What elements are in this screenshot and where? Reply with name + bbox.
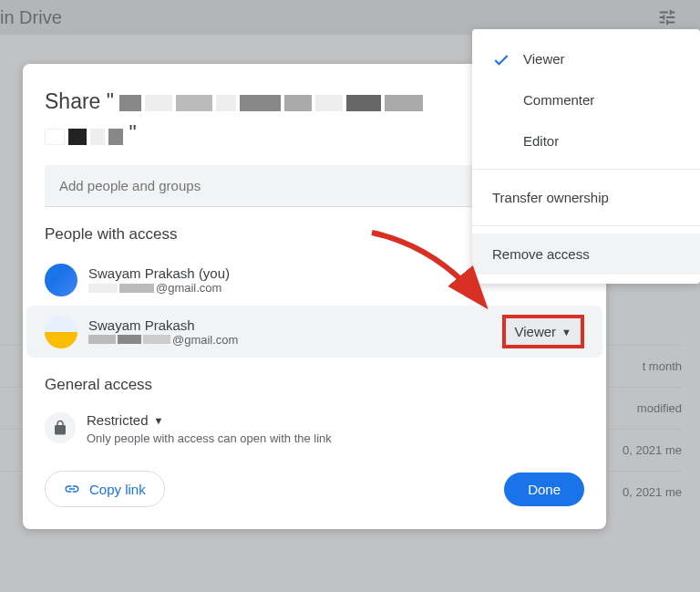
menu-divider — [472, 169, 700, 170]
general-access-row: Restricted ▼ Only people with access can… — [23, 405, 606, 452]
menu-commenter[interactable]: Commenter — [472, 79, 700, 120]
done-button[interactable]: Done — [504, 473, 584, 506]
avatar — [45, 316, 77, 348]
menu-editor[interactable]: Editor — [472, 120, 700, 161]
menu-viewer-label: Viewer — [523, 51, 565, 67]
email-domain: @gmail.com — [172, 333, 238, 347]
general-access-title: General access — [45, 376, 584, 394]
share-title-prefix: Share " — [45, 89, 114, 113]
lock-icon — [45, 412, 76, 443]
copy-link-label: Copy link — [89, 482, 146, 497]
email-domain: @gmail.com — [156, 281, 221, 295]
copy-link-button[interactable]: Copy link — [45, 471, 165, 507]
caret-down-icon: ▼ — [154, 415, 164, 426]
menu-editor-label: Editor — [523, 133, 559, 149]
person-info: Swayam Prakash @gmail.com — [88, 317, 502, 347]
person-name: Swayam Prakash — [88, 317, 502, 333]
dialog-footer: Copy link Done — [23, 452, 606, 507]
role-menu: Viewer Commenter Editor Transfer ownersh… — [472, 29, 700, 284]
menu-transfer-ownership[interactable]: Transfer ownership — [472, 177, 700, 218]
role-dropdown[interactable]: Viewer ▼ — [502, 315, 584, 348]
menu-viewer[interactable]: Viewer — [472, 38, 700, 79]
link-icon — [64, 481, 80, 497]
access-desc: Only people with access can open with th… — [87, 431, 332, 445]
role-label: Viewer — [515, 324, 557, 339]
redacted-filename-line2 — [45, 129, 123, 145]
redacted-filename — [119, 95, 423, 111]
avatar — [45, 264, 77, 296]
menu-transfer-label: Transfer ownership — [492, 190, 609, 205]
share-title-suffix: " — [129, 121, 136, 145]
person-shared-row: Swayam Prakash @gmail.com Viewer ▼ — [26, 306, 602, 358]
caret-down-icon: ▼ — [561, 327, 571, 338]
menu-commenter-label: Commenter — [523, 92, 594, 108]
menu-remove-access[interactable]: Remove access — [472, 234, 700, 275]
access-label-text: Restricted — [87, 412, 149, 428]
check-icon — [492, 51, 510, 72]
menu-divider — [472, 225, 700, 226]
person-email: @gmail.com — [88, 333, 502, 347]
access-type-dropdown[interactable]: Restricted ▼ — [87, 412, 332, 428]
menu-remove-label: Remove access — [492, 246, 590, 262]
